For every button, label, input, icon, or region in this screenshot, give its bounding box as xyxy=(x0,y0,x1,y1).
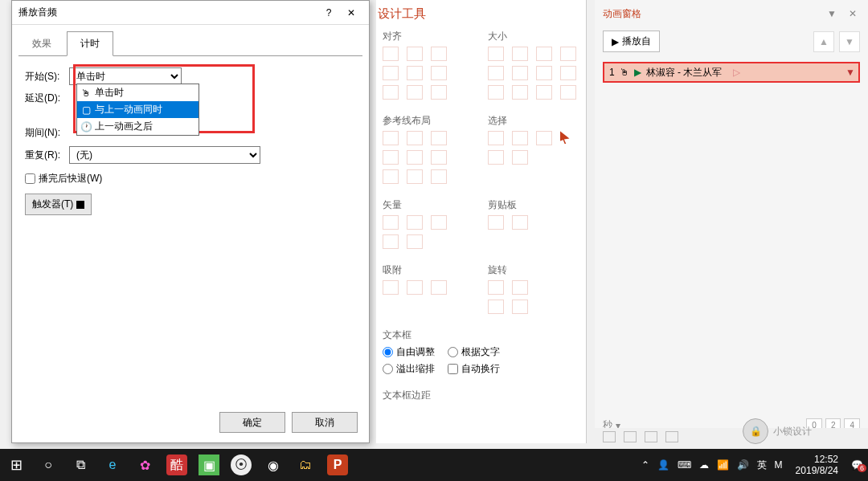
app-icon-3[interactable]: ▣ xyxy=(199,455,219,475)
chrome-icon[interactable]: ◉ xyxy=(257,449,289,481)
rewind-checkbox[interactable] xyxy=(25,173,35,184)
overflow-label: 溢出缩排 xyxy=(396,362,435,376)
explorer-icon[interactable]: 🗂 xyxy=(289,449,321,481)
guides-icons[interactable] xyxy=(383,131,475,145)
anim-seq: 1 xyxy=(609,67,615,78)
view-reading-icon[interactable] xyxy=(645,431,657,442)
rotate-icons[interactable] xyxy=(488,280,580,295)
dialog-titlebar: 播放音频 ? ✕ xyxy=(12,1,369,25)
tab-effect[interactable]: 效果 xyxy=(18,31,65,56)
delay-label: 延迟(D): xyxy=(25,92,69,105)
select-section: 选择 xyxy=(488,114,580,128)
design-tools-panel: 设计工具 对齐 大小 参考线布局 选择 矢量 xyxy=(376,0,587,443)
app-icon-2[interactable]: 酷 xyxy=(166,455,187,475)
clipboard-section: 剪贴板 xyxy=(488,198,580,212)
duration-label: 期间(N): xyxy=(25,126,69,140)
size-section: 大小 xyxy=(488,30,580,43)
network-icon[interactable]: 📶 xyxy=(717,459,729,471)
view-normal-icon[interactable] xyxy=(603,431,616,442)
trigger-button[interactable]: 触发器(T) xyxy=(25,194,92,215)
rotate-section: 旋转 xyxy=(488,263,580,277)
app-icon-4[interactable]: ⦿ xyxy=(231,455,252,475)
margin-section: 文本框边距 xyxy=(383,389,579,402)
taskview-icon[interactable]: ⧉ xyxy=(64,449,96,481)
animation-item[interactable]: 1 🖱 ▶ 林淑容 - 木兰从军 ▷ ▼ xyxy=(603,62,860,83)
anim-pane-title: 动画窗格 xyxy=(603,7,641,21)
size-icons[interactable] xyxy=(488,47,580,61)
people-icon[interactable]: 👤 xyxy=(657,459,669,471)
onedrive-icon[interactable]: ☁ xyxy=(699,459,709,471)
bytext-radio[interactable] xyxy=(448,347,458,357)
app-icon-1[interactable]: ✿ xyxy=(129,449,161,481)
clock-icon: 🕐 xyxy=(80,121,92,132)
cancel-button[interactable]: 取消 xyxy=(292,412,358,433)
tools-title: 设计工具 xyxy=(376,0,586,25)
clipboard-icons[interactable] xyxy=(488,215,580,230)
rewind-label: 播完后快退(W) xyxy=(39,172,102,185)
vector-section: 矢量 xyxy=(383,198,475,212)
view-sorter-icon[interactable] xyxy=(624,431,637,442)
anim-item-dropdown-icon[interactable]: ▼ xyxy=(845,67,855,78)
play-from-button[interactable]: ▶播放自 xyxy=(603,31,660,52)
play-icon: ▶ xyxy=(612,36,619,47)
play-row: ▶播放自 ▲ ▼ xyxy=(595,27,868,55)
free-radio[interactable] xyxy=(383,347,393,357)
with-prev-icon: ▢ xyxy=(80,104,92,116)
close-button[interactable]: ✕ xyxy=(340,4,362,22)
keyboard-icon[interactable]: ⌨ xyxy=(678,459,691,471)
option-after-previous[interactable]: 🕐上一动画之后 xyxy=(77,118,199,135)
ime-mode[interactable]: M xyxy=(775,459,783,471)
snap-section: 吸附 xyxy=(383,263,475,277)
move-up-button[interactable]: ▲ xyxy=(813,31,834,52)
align-icons[interactable] xyxy=(383,47,475,61)
overflow-radio[interactable] xyxy=(383,364,393,374)
wrap-checkbox[interactable] xyxy=(448,364,458,374)
watermark-avatar: 🔒 xyxy=(743,418,768,444)
bytext-label: 根据文字 xyxy=(461,345,500,359)
dialog-buttons: 确定 取消 xyxy=(219,412,358,433)
cursor-icon[interactable] xyxy=(560,131,570,144)
play-audio-dialog: 播放音频 ? ✕ 效果 计时 开始(S): 单击时 延迟(D): 期间(N): … xyxy=(11,0,370,443)
clock[interactable]: 12:52 2019/8/24 xyxy=(791,454,843,477)
powerpoint-icon[interactable]: P xyxy=(327,455,348,475)
view-slideshow-icon[interactable] xyxy=(665,431,678,442)
mouse-icon: 🖱 xyxy=(620,67,629,78)
guides-section: 参考线布局 xyxy=(383,114,475,128)
option-with-previous[interactable]: ▢与上一动画同时 xyxy=(77,101,199,118)
start-label: 开始(S): xyxy=(25,70,69,84)
ime-lang[interactable]: 英 xyxy=(757,459,767,472)
repeat-select[interactable]: (无) xyxy=(69,146,260,164)
dialog-title: 播放音频 xyxy=(18,6,317,19)
select-icons[interactable] xyxy=(488,131,580,145)
ie-icon[interactable]: e xyxy=(96,449,129,481)
anim-pane-header: 动画窗格 ▼ ✕ xyxy=(595,0,868,27)
watermark-text: 小锁设计 xyxy=(773,425,812,438)
cortana-icon[interactable]: ○ xyxy=(32,449,64,481)
pane-dropdown-icon[interactable]: ▼ xyxy=(825,6,839,21)
option-on-click[interactable]: 🖱单击时 xyxy=(77,84,199,101)
tab-timing[interactable]: 计时 xyxy=(67,31,113,56)
tray-up-icon[interactable]: ⌃ xyxy=(641,459,649,471)
move-down-button[interactable]: ▼ xyxy=(839,31,860,52)
free-label: 自由调整 xyxy=(396,345,435,359)
align-section: 对齐 xyxy=(383,30,475,43)
volume-icon[interactable]: 🔊 xyxy=(737,459,749,471)
vector-icons[interactable] xyxy=(383,215,475,230)
pane-close-icon[interactable]: ✕ xyxy=(845,6,860,21)
animation-pane: 动画窗格 ▼ ✕ ▶播放自 ▲ ▼ 1 🖱 ▶ 林淑容 - 木兰从军 ▷ ▼ 秒… xyxy=(595,0,868,443)
taskbar: ⊞ ○ ⧉ e ✿ 酷 ▣ ⦿ ◉ 🗂 P ⌃ 👤 ⌨ ☁ 📶 🔊 英 M 12… xyxy=(0,449,868,481)
play-icon: ▶ xyxy=(634,67,641,78)
snap-icons[interactable] xyxy=(383,280,475,295)
mouse-icon: 🖱 xyxy=(80,88,92,99)
start-button[interactable]: ⊞ xyxy=(0,449,32,481)
help-button[interactable]: ? xyxy=(317,4,340,22)
play-marker-icon: ▷ xyxy=(733,67,740,78)
start-dropdown: 🖱单击时 ▢与上一动画同时 🕐上一动画之后 xyxy=(76,84,199,136)
status-bar xyxy=(595,428,868,446)
notifications-icon[interactable]: 💬6 xyxy=(851,459,863,471)
ok-button[interactable]: 确定 xyxy=(219,412,285,433)
timing-form: 开始(S): 单击时 延迟(D): 期间(N): 重复(R): (无) 播完后快… xyxy=(12,56,369,226)
anim-item-label: 林淑容 - 木兰从军 xyxy=(646,66,723,79)
start-select[interactable]: 单击时 xyxy=(69,67,182,85)
wrap-label: 自动换行 xyxy=(461,362,500,376)
